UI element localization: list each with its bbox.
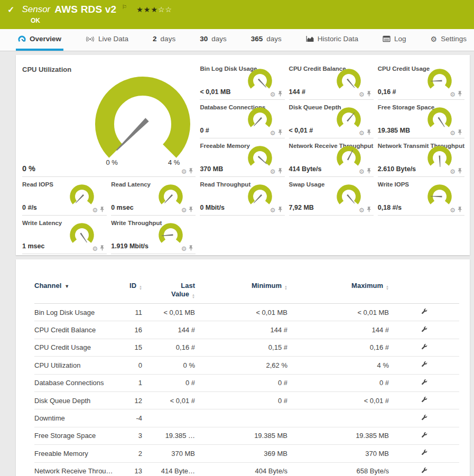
tab-365-days[interactable]: 365 days (249, 29, 284, 51)
gear-icon[interactable]: ⚙ (181, 207, 187, 213)
gear-icon[interactable]: ⚙ (181, 169, 187, 175)
column-header-id[interactable]: ID▲▼ (124, 282, 143, 290)
tab-live-data[interactable]: Live Data (83, 29, 131, 51)
gear-icon[interactable]: ⚙ (92, 246, 98, 252)
pin-icon[interactable] (189, 168, 193, 175)
tab-overview[interactable]: Overview (16, 29, 63, 51)
star-filled-icon[interactable]: ★ (151, 5, 158, 14)
flag-icon[interactable]: ⚐ (122, 4, 127, 11)
maximum-cell: 370 MB (289, 450, 390, 458)
pin-icon[interactable] (367, 168, 371, 175)
star-filled-icon[interactable]: ★ (136, 5, 144, 14)
gear-icon[interactable]: ⚙ (450, 91, 456, 98)
priority-stars: ★★★☆☆ (136, 5, 172, 14)
table-row: Free Storage Space 3 19.385 … 19.385 MB … (34, 427, 459, 445)
star-filled-icon[interactable]: ★ (144, 5, 151, 14)
pin-icon[interactable] (458, 207, 462, 213)
gauge-tile: Disk Queue Depth < 0,01 # ⚙ (289, 100, 374, 138)
pin-icon[interactable] (278, 207, 283, 213)
gear-icon[interactable]: ⚙ (450, 130, 456, 136)
channel-table-header: Channel▼ ID▲▼ Last Value▲▼ Minimum▲▼ Max… (34, 282, 459, 304)
gear-icon[interactable]: ⚙ (270, 130, 276, 136)
tab-historic-data[interactable]: Historic Data (304, 29, 360, 51)
gear-icon[interactable]: ⚙ (92, 207, 98, 213)
channel-name-cell: CPU Utilization (34, 361, 124, 369)
gauge-tile: Freeable Memory 370 MB ⚙ (200, 138, 284, 177)
channel-settings-wrench-icon[interactable] (421, 308, 427, 316)
tab-30-days[interactable]: 30 days (198, 29, 229, 51)
gauge-title: CPU Utilization (22, 66, 196, 73)
pin-icon[interactable] (278, 129, 283, 136)
pin-icon[interactable] (367, 207, 371, 213)
tab-label: Historic Data (318, 35, 358, 43)
tab-settings[interactable]: ⚙ Settings (429, 29, 469, 51)
gauge-value: 370 MB (200, 165, 223, 173)
star-empty-icon[interactable]: ☆ (158, 5, 165, 14)
pin-icon[interactable] (458, 129, 462, 136)
pin-icon[interactable] (278, 168, 283, 175)
column-header-last-value[interactable]: Last Value▲▼ (143, 282, 196, 298)
gear-icon[interactable]: ⚙ (359, 91, 365, 98)
gear-icon[interactable]: ⚙ (450, 169, 456, 175)
tab-label: Log (394, 35, 406, 43)
gauge-tile: Database Connections 0 # ⚙ (200, 100, 284, 138)
gauge-tile: Network Transmit Throughput 2.610 Byte/s… (378, 138, 464, 177)
table-row: Bin Log Disk Usage 11 < 0,01 MB < 0,01 M… (34, 304, 459, 321)
table-row: Disk Queue Depth 12 < 0,01 # 0 # < 0,01 … (34, 392, 459, 409)
gear-icon[interactable]: ⚙ (270, 207, 276, 213)
column-header-minimum[interactable]: Minimum▲▼ (196, 282, 289, 290)
channel-table-panel: Channel▼ ID▲▼ Last Value▲▼ Minimum▲▼ Max… (16, 259, 470, 476)
gauge-tile: Network Receive Throughput 414 Byte/s ⚙ (289, 138, 374, 177)
gear-icon[interactable]: ⚙ (359, 169, 365, 175)
channel-settings-wrench-icon[interactable] (421, 414, 427, 423)
pin-icon[interactable] (367, 91, 371, 98)
channel-settings-wrench-icon[interactable] (421, 326, 427, 334)
gear-icon[interactable]: ⚙ (270, 169, 276, 175)
pin-icon[interactable] (189, 245, 193, 252)
gear-icon[interactable]: ⚙ (359, 130, 365, 136)
minimum-cell: 369 MB (196, 450, 289, 458)
pin-icon[interactable] (100, 245, 105, 252)
gear-icon[interactable]: ⚙ (450, 207, 456, 213)
channel-settings-wrench-icon[interactable] (421, 449, 427, 458)
pin-icon[interactable] (458, 168, 462, 175)
table-row: CPU Credit Usage 15 0,16 # 0,15 # 0,16 # (34, 339, 459, 357)
pin-icon[interactable] (367, 129, 371, 136)
channel-id-cell: 15 (124, 343, 143, 351)
channel-id-cell: 2 (124, 450, 143, 458)
gear-icon[interactable]: ⚙ (359, 207, 365, 213)
column-header-maximum[interactable]: Maximum▲▼ (289, 282, 390, 290)
star-empty-icon[interactable]: ☆ (165, 5, 173, 14)
last-value-cell: 0,16 # (143, 343, 196, 351)
minimum-cell: 144 # (196, 326, 289, 334)
gauge-tile: Read IOPS 0 #/s ⚙ (22, 177, 107, 216)
pin-icon[interactable] (189, 207, 193, 213)
channel-settings-wrench-icon[interactable] (421, 432, 427, 440)
pin-icon[interactable] (100, 207, 105, 213)
channel-settings-wrench-icon[interactable] (421, 361, 427, 369)
tab-2-days[interactable]: 2 days (151, 29, 178, 51)
maximum-cell: 0 # (289, 379, 390, 387)
channel-settings-wrench-icon[interactable] (421, 467, 427, 475)
channel-settings-wrench-icon[interactable] (421, 396, 427, 405)
tab-log[interactable]: Log (380, 29, 408, 51)
gauge-tile: Free Storage Space 19.385 MB ⚙ (378, 100, 464, 138)
gear-icon[interactable]: ⚙ (181, 246, 187, 252)
sort-icon: ▲▼ (192, 294, 195, 298)
maximum-cell: 4 % (289, 361, 390, 369)
channel-settings-wrench-icon[interactable] (421, 379, 427, 387)
sort-icon: ▲▼ (284, 285, 287, 290)
pin-icon[interactable] (278, 91, 283, 98)
gauge-value: 0,16 # (378, 88, 396, 96)
pin-icon[interactable] (458, 91, 462, 98)
channel-id-cell: 11 (124, 309, 143, 316)
minimum-cell: 404 Byte/s (196, 467, 289, 475)
column-header-channel[interactable]: Channel▼ (34, 282, 124, 290)
tab-label: Settings (441, 35, 467, 43)
gauge-icon (18, 35, 26, 43)
gauge-value: 0 Mbit/s (200, 204, 225, 211)
channel-name-cell: CPU Credit Usage (34, 343, 124, 351)
channel-settings-wrench-icon[interactable] (421, 343, 427, 352)
gear-icon[interactable]: ⚙ (270, 91, 276, 98)
tab-bar: Overview Live Data 2 days 30 days 365 da… (0, 29, 474, 51)
